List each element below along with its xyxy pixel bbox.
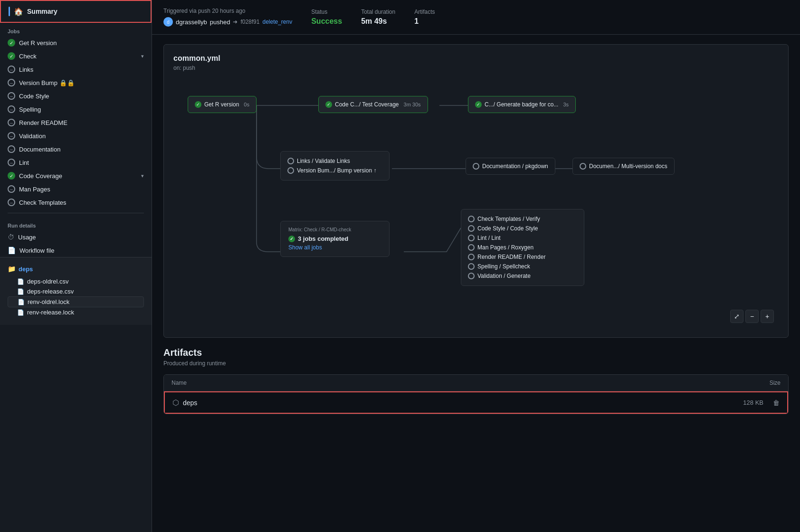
skip-icon xyxy=(8,66,15,73)
matrix-jobs-count: ✓ 3 jobs completed xyxy=(288,235,381,242)
node-row-render-readme[interactable]: Render README / Render xyxy=(468,252,577,262)
node-docs-pkgdown[interactable]: Documentation / pkgdown xyxy=(466,158,555,175)
node-label: Spelling / Spellcheck xyxy=(477,263,530,270)
diagram-canvas: ✓ Get R version 0s ✓ Code C.../ Test Cov… xyxy=(173,81,779,328)
jobs-section-label: Jobs xyxy=(0,23,152,36)
node-label: Documen.../ Multi-version docs xyxy=(589,163,667,170)
sidebar-item-validation[interactable]: Validation xyxy=(0,129,152,142)
package-icon: ⬡ xyxy=(172,398,179,407)
file-item-renv-oldrel-lock[interactable]: 📄 renv-oldrel.lock xyxy=(8,296,144,307)
workflow-trigger: on: push xyxy=(173,65,779,71)
status-stat: Status Success xyxy=(311,9,342,26)
home-icon: 🏠 xyxy=(14,7,23,16)
file-name: deps-oldrel.csv xyxy=(27,278,68,285)
run-details-label: Run details xyxy=(0,217,152,230)
file-icon: 📄 xyxy=(17,309,24,316)
success-icon: ✓ xyxy=(8,172,15,180)
file-item-deps-oldrel-csv[interactable]: 📄 deps-oldrel.csv xyxy=(8,276,144,286)
chevron-down-icon: ▾ xyxy=(141,173,144,179)
delete-artifact-button[interactable]: 🗑 xyxy=(773,399,780,407)
workflow-file-label: Workflow file xyxy=(19,247,54,254)
node-duration: 3s xyxy=(563,102,569,107)
sidebar-item-man-pages[interactable]: Man Pages xyxy=(0,182,152,196)
links-version-group: Links / Validate Links Version Bum.../ B… xyxy=(280,151,390,180)
file-name: deps-release.csv xyxy=(27,288,74,295)
chevron-down-icon: ▾ xyxy=(141,53,144,59)
pending-icon xyxy=(287,158,294,164)
node-label: Code C.../ Test Coverage xyxy=(335,101,399,108)
node-docs-multi[interactable]: Documen.../ Multi-version docs xyxy=(572,158,675,175)
pending-icon xyxy=(468,254,475,260)
duration-label: Total duration xyxy=(361,9,395,15)
node-label: Check Templates / Verify xyxy=(477,216,540,222)
node-row-version-bump[interactable]: Version Bum.../ Bump version ↑ xyxy=(287,166,382,175)
skip-icon xyxy=(8,79,15,86)
node-row-lint[interactable]: Lint / Lint xyxy=(468,233,577,243)
sidebar-item-usage[interactable]: ⏱ Usage xyxy=(0,230,152,244)
node-duration: 3m 30s xyxy=(404,102,421,107)
sidebar-item-check-templates[interactable]: Check Templates xyxy=(0,196,152,209)
sidebar-item-get-r-version[interactable]: ✓ Get R version xyxy=(0,36,152,49)
duration-value: 5m 49s xyxy=(361,17,395,26)
branch-link[interactable]: delete_renv xyxy=(262,19,292,25)
artifacts-title: Artifacts xyxy=(163,347,789,358)
sidebar-item-code-coverage[interactable]: ✓ Code Coverage ▾ xyxy=(0,169,152,182)
sidebar-item-lint[interactable]: Lint xyxy=(0,156,152,169)
zoom-minus-button[interactable]: − xyxy=(745,310,759,323)
artifact-row-wrapper: ⬡ deps 128 KB 🗑 xyxy=(164,391,788,414)
node-row-links[interactable]: Links / Validate Links xyxy=(287,156,382,166)
sidebar-item-check[interactable]: ✓ Check ▾ xyxy=(0,49,152,63)
node-generate-badge[interactable]: ✓ C.../ Generate badge for co... 3s xyxy=(468,96,576,113)
artifacts-header: Name Size xyxy=(164,375,788,391)
artifact-name-cell: ⬡ deps xyxy=(172,398,197,407)
node-row-spelling[interactable]: Spelling / Spellcheck xyxy=(468,262,577,271)
artifacts-section: Artifacts Produced during runtime Name S… xyxy=(163,347,789,414)
matrix-node: Matrix: Check / R-CMD-check ✓ 3 jobs com… xyxy=(280,221,390,257)
sidebar-summary[interactable]: 🏠 Summary xyxy=(0,0,152,23)
skip-icon xyxy=(8,159,15,166)
node-row-check-templates[interactable]: Check Templates / Verify xyxy=(468,214,577,224)
folder-name: deps xyxy=(19,266,33,273)
file-item-deps-release-csv[interactable]: 📄 deps-release.csv xyxy=(8,286,144,296)
node-label: Lint / Lint xyxy=(477,235,501,241)
node-label: Links / Validate Links xyxy=(297,158,350,164)
show-all-jobs-link[interactable]: Show all jobs xyxy=(288,244,381,251)
sidebar-item-version-bump[interactable]: Version Bump 🔒🔒 xyxy=(0,76,152,89)
sidebar: 🏠 Summary Jobs ✓ Get R version ✓ Check ▾… xyxy=(0,0,152,532)
job-label: Code Style xyxy=(19,93,49,100)
clock-icon: ⏱ xyxy=(8,233,14,241)
artifacts-label: Artifacts xyxy=(414,9,435,15)
col-name: Name xyxy=(171,380,187,386)
sidebar-item-render-readme[interactable]: Render README xyxy=(0,116,152,129)
sidebar-divider xyxy=(8,213,144,213)
zoom-plus-button[interactable]: + xyxy=(761,310,774,323)
job-label: Spelling xyxy=(19,106,41,113)
file-icon: 📄 xyxy=(17,288,24,295)
pending-icon xyxy=(468,235,475,241)
sidebar-item-spelling[interactable]: Spelling xyxy=(0,103,152,116)
pending-icon xyxy=(468,244,475,251)
artifact-name[interactable]: deps xyxy=(183,399,197,407)
job-label: Code Coverage xyxy=(19,172,62,180)
sidebar-item-workflow-file[interactable]: 📄 Workflow file xyxy=(0,244,152,257)
node-label: Get R version xyxy=(204,101,239,108)
node-row-validation[interactable]: Validation / Generate xyxy=(468,271,577,281)
file-icon: 📄 xyxy=(8,247,16,254)
file-item-renv-release-lock[interactable]: 📄 renv-release.lock xyxy=(8,307,144,317)
jobs-count-text: 3 jobs completed xyxy=(298,235,348,242)
artifacts-value: 1 xyxy=(414,17,435,26)
node-get-r-version[interactable]: ✓ Get R version 0s xyxy=(188,96,257,113)
file-name: renv-oldrel.lock xyxy=(28,298,69,305)
job-label: Check Templates xyxy=(19,199,66,206)
sidebar-item-links[interactable]: Links xyxy=(0,63,152,76)
sidebar-item-code-style[interactable]: Code Style xyxy=(0,89,152,103)
zoom-expand-button[interactable]: ⤢ xyxy=(730,310,743,323)
zoom-controls: ⤢ − + xyxy=(730,310,774,323)
node-row-man-pages[interactable]: Man Pages / Roxygen xyxy=(468,243,577,252)
sidebar-item-documentation[interactable]: Documentation xyxy=(0,142,152,156)
node-code-coverage[interactable]: ✓ Code C.../ Test Coverage 3m 30s xyxy=(318,96,428,113)
node-row-code-style[interactable]: Code Style / Code Style xyxy=(468,224,577,233)
workflow-title: common.yml xyxy=(173,54,779,63)
success-icon: ✓ xyxy=(325,101,332,108)
main-content: Triggered via push 20 hours ago d dgrass… xyxy=(152,0,800,532)
